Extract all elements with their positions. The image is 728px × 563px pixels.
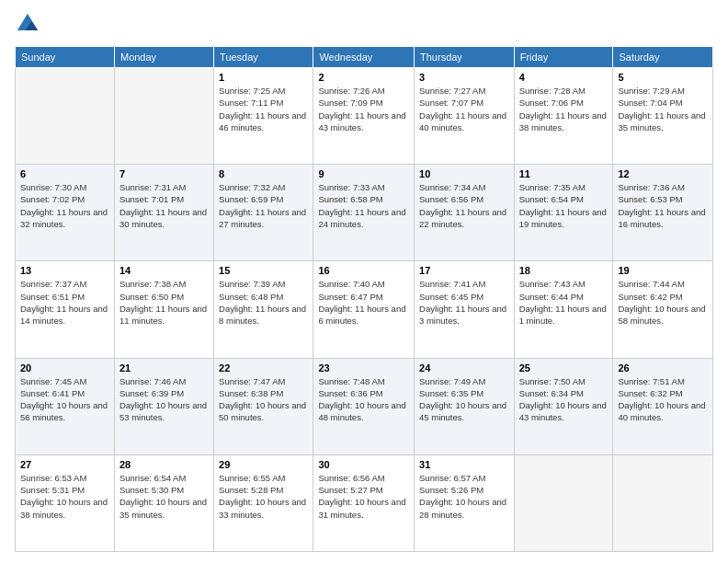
day-info: Sunrise: 7:45 AMSunset: 6:41 PMDaylight:… [20,375,109,424]
calendar-cell: 15Sunrise: 7:39 AMSunset: 6:48 PMDayligh… [214,261,313,358]
day-number: 30 [318,459,409,470]
calendar-cell: 31Sunrise: 6:57 AMSunset: 5:26 PMDayligh… [415,454,515,551]
calendar-cell: 11Sunrise: 7:35 AMSunset: 6:54 PMDayligh… [514,165,613,261]
calendar-cell: 1Sunrise: 7:25 AMSunset: 7:11 PMDaylight… [214,68,313,165]
day-info: Sunrise: 7:40 AMSunset: 6:47 PMDaylight:… [318,278,409,327]
day-number: 10 [419,168,509,179]
day-info: Sunrise: 6:53 AMSunset: 5:31 PMDaylight:… [20,472,109,521]
day-number: 11 [519,168,609,179]
day-number: 4 [519,72,609,83]
day-number: 26 [618,362,708,373]
calendar-cell: 19Sunrise: 7:44 AMSunset: 6:42 PMDayligh… [613,261,713,358]
day-info: Sunrise: 7:35 AMSunset: 6:54 PMDaylight:… [519,181,609,230]
logo [15,11,44,37]
weekday-monday: Monday [114,47,213,68]
weekday-friday: Friday [514,47,613,68]
day-info: Sunrise: 7:46 AMSunset: 6:39 PMDaylight:… [119,375,209,424]
calendar-cell: 10Sunrise: 7:34 AMSunset: 6:56 PMDayligh… [415,165,515,261]
calendar-cell: 20Sunrise: 7:45 AMSunset: 6:41 PMDayligh… [16,358,115,454]
day-info: Sunrise: 7:41 AMSunset: 6:45 PMDaylight:… [419,278,509,327]
calendar-cell: 13Sunrise: 7:37 AMSunset: 6:51 PMDayligh… [16,261,115,358]
calendar-cell: 3Sunrise: 7:27 AMSunset: 7:07 PMDaylight… [415,68,515,165]
day-info: Sunrise: 7:47 AMSunset: 6:38 PMDaylight:… [219,375,308,424]
weekday-saturday: Saturday [613,47,713,68]
calendar-cell [514,454,613,551]
day-number: 25 [519,362,609,373]
day-info: Sunrise: 7:44 AMSunset: 6:42 PMDaylight:… [618,278,708,327]
calendar-cell: 28Sunrise: 6:54 AMSunset: 5:30 PMDayligh… [114,454,213,551]
day-number: 18 [519,265,609,276]
day-info: Sunrise: 7:50 AMSunset: 6:34 PMDaylight:… [519,375,609,424]
day-number: 14 [119,265,209,276]
day-info: Sunrise: 7:33 AMSunset: 6:58 PMDaylight:… [318,181,409,230]
day-number: 13 [20,265,109,276]
calendar-cell: 8Sunrise: 7:32 AMSunset: 6:59 PMDaylight… [214,165,313,261]
day-info: Sunrise: 6:54 AMSunset: 5:30 PMDaylight:… [119,472,209,521]
day-info: Sunrise: 7:28 AMSunset: 7:06 PMDaylight:… [519,85,609,133]
calendar-cell: 26Sunrise: 7:51 AMSunset: 6:32 PMDayligh… [613,358,713,454]
day-number: 22 [219,362,308,373]
day-info: Sunrise: 7:34 AMSunset: 6:56 PMDaylight:… [419,181,509,230]
calendar-week-1: 6Sunrise: 7:30 AMSunset: 7:02 PMDaylight… [16,165,713,261]
calendar-cell: 16Sunrise: 7:40 AMSunset: 6:47 PMDayligh… [313,261,415,358]
calendar-cell [613,454,713,551]
day-number: 28 [119,459,209,470]
calendar-cell: 17Sunrise: 7:41 AMSunset: 6:45 PMDayligh… [415,261,515,358]
calendar-week-3: 20Sunrise: 7:45 AMSunset: 6:41 PMDayligh… [16,358,713,454]
day-info: Sunrise: 7:38 AMSunset: 6:50 PMDaylight:… [119,278,209,327]
day-number: 7 [119,168,209,179]
day-info: Sunrise: 6:55 AMSunset: 5:28 PMDaylight:… [219,472,308,521]
day-info: Sunrise: 7:29 AMSunset: 7:04 PMDaylight:… [618,85,708,133]
weekday-wednesday: Wednesday [313,47,415,68]
calendar-cell: 22Sunrise: 7:47 AMSunset: 6:38 PMDayligh… [214,358,313,454]
calendar-cell: 23Sunrise: 7:48 AMSunset: 6:36 PMDayligh… [313,358,415,454]
day-info: Sunrise: 6:57 AMSunset: 5:26 PMDaylight:… [419,472,509,521]
calendar-cell [114,68,213,165]
calendar-table: SundayMondayTuesdayWednesdayThursdayFrid… [15,46,713,552]
weekday-thursday: Thursday [415,47,515,68]
calendar-cell: 27Sunrise: 6:53 AMSunset: 5:31 PMDayligh… [16,454,115,551]
day-number: 31 [419,459,509,470]
calendar-cell: 6Sunrise: 7:30 AMSunset: 7:02 PMDaylight… [16,165,115,261]
day-number: 17 [419,265,509,276]
calendar-cell: 12Sunrise: 7:36 AMSunset: 6:53 PMDayligh… [613,165,713,261]
day-info: Sunrise: 7:31 AMSunset: 7:01 PMDaylight:… [119,181,209,230]
day-number: 23 [318,362,409,373]
calendar-cell: 25Sunrise: 7:50 AMSunset: 6:34 PMDayligh… [514,358,613,454]
day-info: Sunrise: 7:27 AMSunset: 7:07 PMDaylight:… [419,85,509,133]
day-number: 19 [618,265,708,276]
day-info: Sunrise: 7:51 AMSunset: 6:32 PMDaylight:… [618,375,708,424]
calendar-week-0: 1Sunrise: 7:25 AMSunset: 7:11 PMDaylight… [16,68,713,165]
day-info: Sunrise: 7:32 AMSunset: 6:59 PMDaylight:… [219,181,308,230]
calendar-cell [16,68,115,165]
calendar-cell: 21Sunrise: 7:46 AMSunset: 6:39 PMDayligh… [114,358,213,454]
logo-icon [15,11,40,37]
day-number: 2 [318,72,409,83]
day-number: 20 [20,362,109,373]
day-info: Sunrise: 7:30 AMSunset: 7:02 PMDaylight:… [20,181,109,230]
day-info: Sunrise: 7:37 AMSunset: 6:51 PMDaylight:… [20,278,109,327]
day-info: Sunrise: 7:25 AMSunset: 7:11 PMDaylight:… [219,85,308,133]
day-info: Sunrise: 7:48 AMSunset: 6:36 PMDaylight:… [318,375,409,424]
day-info: Sunrise: 7:26 AMSunset: 7:09 PMDaylight:… [318,85,409,133]
day-number: 16 [318,265,409,276]
calendar-cell: 18Sunrise: 7:43 AMSunset: 6:44 PMDayligh… [514,261,613,358]
day-info: Sunrise: 7:39 AMSunset: 6:48 PMDaylight:… [219,278,308,327]
weekday-sunday: Sunday [16,47,115,68]
day-number: 8 [219,168,308,179]
calendar-cell: 4Sunrise: 7:28 AMSunset: 7:06 PMDaylight… [514,68,613,165]
calendar-week-4: 27Sunrise: 6:53 AMSunset: 5:31 PMDayligh… [16,454,713,551]
day-number: 15 [219,265,308,276]
calendar-cell: 30Sunrise: 6:56 AMSunset: 5:27 PMDayligh… [313,454,415,551]
calendar-cell: 24Sunrise: 7:49 AMSunset: 6:35 PMDayligh… [415,358,515,454]
calendar-cell: 29Sunrise: 6:55 AMSunset: 5:28 PMDayligh… [214,454,313,551]
calendar-cell: 7Sunrise: 7:31 AMSunset: 7:01 PMDaylight… [114,165,213,261]
day-number: 9 [318,168,409,179]
day-number: 21 [119,362,209,373]
day-number: 1 [219,72,308,83]
day-number: 5 [618,72,708,83]
day-number: 27 [20,459,109,470]
day-number: 29 [219,459,308,470]
day-number: 6 [20,168,109,179]
day-info: Sunrise: 7:43 AMSunset: 6:44 PMDaylight:… [519,278,609,327]
